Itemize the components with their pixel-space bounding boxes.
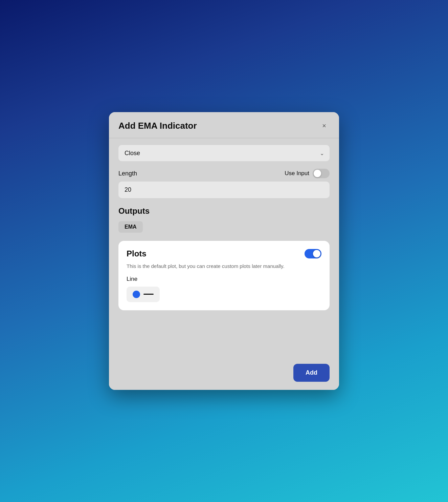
use-input-label: Use Input [285, 170, 309, 177]
modal-title: Add EMA Indicator [118, 121, 197, 131]
source-select[interactable]: Close Open High Low Volume [118, 145, 330, 161]
add-ema-modal: Add EMA Indicator × Close Open High Low … [109, 112, 339, 390]
plots-toggle[interactable] [305, 249, 321, 258]
use-input-group: Use Input [285, 169, 330, 178]
close-button[interactable]: × [319, 120, 330, 131]
plots-card: Plots This is the default plot, but you … [118, 241, 330, 310]
line-preview[interactable] [127, 287, 160, 302]
plots-title: Plots [127, 249, 147, 258]
toggle-slider [313, 169, 330, 178]
line-label: Line [127, 276, 321, 283]
plots-card-header: Plots [127, 249, 321, 258]
modal-header: Add EMA Indicator × [109, 112, 339, 138]
line-style-dash [143, 294, 154, 295]
line-color-dot [133, 291, 140, 298]
source-select-wrapper: Close Open High Low Volume ⌄ [118, 145, 330, 161]
ema-output-badge: EMA [118, 221, 143, 233]
modal-body: Close Open High Low Volume ⌄ Length Use … [109, 138, 339, 358]
add-button[interactable]: Add [293, 364, 330, 382]
modal-footer: Add [109, 358, 339, 390]
length-input[interactable] [118, 182, 330, 198]
plots-description: This is the default plot, but you can cr… [127, 263, 321, 270]
plots-toggle-slider [305, 249, 321, 258]
use-input-toggle[interactable] [313, 169, 330, 178]
outputs-title: Outputs [118, 206, 330, 216]
length-field-row: Length Use Input [118, 169, 330, 178]
length-label: Length [118, 170, 137, 177]
